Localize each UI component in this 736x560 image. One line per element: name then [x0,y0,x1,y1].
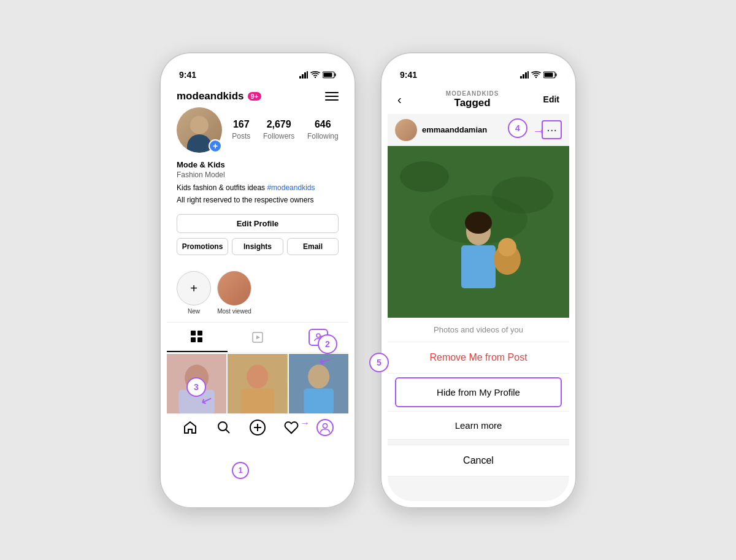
svg-rect-0 [299,76,301,79]
svg-rect-32 [525,72,527,79]
sheet-divider [388,440,569,445]
tagged-photo [388,146,569,318]
svg-rect-7 [191,331,196,336]
tagged-user-avatar [395,119,417,141]
story-new[interactable]: + New [177,271,211,315]
add-post-nav-button[interactable] [249,419,266,436]
svg-point-44 [498,238,516,256]
annotation-4: 4 [508,118,527,138]
svg-point-19 [247,365,268,389]
search-icon [217,420,231,435]
following-count: 646 [307,119,339,130]
posts-stat[interactable]: 167 Posts [232,119,250,141]
svg-rect-2 [304,72,306,79]
reel-icon [251,331,264,343]
remove-me-button[interactable]: Remove Me from Post [388,342,569,374]
status-bar-right: 9:41 [388,59,569,86]
home-icon [183,420,197,435]
status-icons-left [299,71,336,79]
following-stat[interactable]: 646 Following [307,119,339,141]
svg-rect-10 [197,337,202,342]
main-container: 1 2 3 ↙ ↙ 9:41 [135,28,601,533]
hide-profile-wrap: Hide from My Profile [388,374,569,411]
email-button[interactable]: Email [287,238,339,255]
notification-badge: 9+ [248,92,262,101]
new-story-bubble: + [177,271,211,305]
wifi-icon-r [531,71,541,79]
username-header: modeandkids 9+ [177,90,261,102]
edit-button[interactable]: Edit [543,94,559,104]
action-sheet: Photos and videos of you Remove Me from … [388,318,569,477]
svg-rect-6 [324,72,332,77]
followers-label: Followers [263,132,294,140]
profile-stats: 167 Posts 2,679 Followers 646 Following [232,119,339,141]
svg-rect-8 [197,331,202,336]
svg-rect-36 [545,72,553,77]
photo-cell-2[interactable] [228,354,287,413]
signal-icon-r [520,71,529,79]
header-username: modeandkids [177,90,244,102]
grid-tab-reels[interactable] [228,323,288,352]
story-avatar-1 [217,271,251,305]
left-phone: 9:41 [159,52,356,508]
annotation-5: 5 [369,353,389,372]
ig-header: modeandkids 9+ [167,86,348,107]
svg-rect-42 [461,245,496,288]
add-story-button[interactable]: + [209,139,222,153]
svg-rect-35 [556,73,557,76]
search-nav-button[interactable] [215,419,232,436]
bottom-nav: → [167,413,348,441]
svg-rect-23 [304,389,334,414]
activity-nav-button[interactable]: → [283,419,300,436]
posts-label: Posts [232,132,250,140]
profile-name: Mode & Kids [177,160,339,169]
svg-rect-31 [523,74,524,79]
followers-stat[interactable]: 2,679 Followers [263,119,294,141]
time-left: 9:41 [179,70,196,80]
svg-rect-30 [520,76,522,79]
arrow-4: → [532,123,546,139]
cancel-button[interactable]: Cancel [388,445,569,477]
profile-info: + 167 Posts 2,679 Followers [167,107,348,269]
add-icon [249,419,266,436]
profile-screen: 9:41 [167,59,348,501]
most-viewed-label: Most viewed [217,308,251,315]
grid-tab-posts[interactable] [167,323,228,352]
profile-subtitle: Fashion Model [177,171,339,179]
tagged-photo-svg [388,146,569,318]
arrow-to-profile: → [300,418,310,429]
insights-button[interactable]: Insights [232,238,283,255]
svg-rect-3 [307,71,308,79]
svg-rect-9 [191,337,196,342]
svg-rect-5 [335,73,336,76]
bio-hashtag[interactable]: #modeandkids [267,183,315,192]
hide-profile-button[interactable]: Hide from My Profile [395,377,562,407]
annotation-1: 1 [232,462,249,479]
stories-row: + New Most viewed [167,269,348,322]
promotions-button[interactable]: Promotions [177,238,228,255]
svg-point-24 [218,422,227,431]
svg-marker-12 [256,336,260,339]
svg-point-38 [400,161,449,192]
status-icons-right [520,71,557,79]
story-most-viewed[interactable]: Most viewed [217,271,251,315]
hamburger-menu[interactable] [325,92,339,101]
home-nav-button[interactable] [182,419,199,436]
profile-nav-button[interactable] [316,419,334,436]
battery-icon [323,71,336,79]
time-right: 9:41 [400,70,417,80]
tagged-title: Tagged [446,97,499,109]
following-label: Following [307,132,339,140]
learn-more-button[interactable]: Learn more [388,411,569,440]
svg-rect-33 [527,71,529,79]
right-phone-wrapper: 4 → 5 9:41 [380,52,577,508]
svg-rect-20 [241,389,275,414]
profile-bio-1: Kids fashion & outfits ideas #modeandkid… [177,183,339,193]
action-buttons: Promotions Insights Email [177,238,339,255]
back-button[interactable]: ‹ [397,93,402,107]
profile-icon [319,421,331,434]
battery-icon-r [543,71,557,79]
left-phone-wrapper: 1 2 3 ↙ ↙ 9:41 [159,52,356,508]
edit-profile-button[interactable]: Edit Profile [177,214,339,233]
svg-point-45 [465,212,492,234]
